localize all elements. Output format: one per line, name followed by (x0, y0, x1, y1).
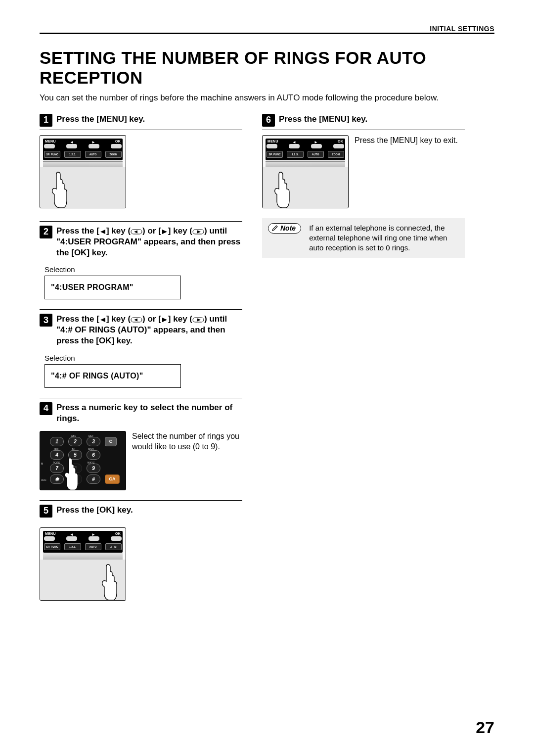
panel-left-button (66, 536, 77, 541)
left-triangle-icon (99, 317, 106, 323)
pencil-icon (271, 225, 278, 232)
panel-right-button (311, 144, 322, 148)
step-1: 1 Press the [MENU] key. MENU OK ◄ ► SP. … (40, 114, 242, 208)
hand-pointing-icon (99, 563, 119, 601)
panel-menu-label: MENU (267, 140, 278, 143)
right-triangle-icon (161, 229, 168, 235)
step-3-lcd-display: "4:# OF RINGS (AUTO)" (44, 364, 181, 388)
step-1-number: 1 (40, 114, 52, 127)
panel-auto-label: AUTO (89, 153, 97, 156)
column-right: 6 Press the [MENU] key. MENU OK ◄ ► (262, 114, 465, 609)
step-2-title: Press the [] key () or [] key () until "… (56, 226, 242, 258)
svg-marker-3 (162, 230, 167, 234)
step-1-title: Press the [MENU] key. (56, 114, 242, 125)
pill-right-icon (192, 229, 204, 235)
page-title: SETTING THE NUMBER OF RINGS FOR AUTO REC… (40, 48, 494, 88)
numeric-keypad-illustration: M ACC ABCDEF 1 2 3 C GHIJKLMNO 4 5 (40, 431, 126, 490)
panel-menu-label: MENU (45, 532, 56, 535)
hand-pointing-icon (62, 456, 80, 492)
hand-pointing-icon (271, 170, 291, 208)
columns: 1 Press the [MENU] key. MENU OK ◄ ► SP. … (40, 114, 494, 609)
control-panel-illustration: MENU OK ◄ ► SP. FUNC 1.2.3. AUTO Z M (40, 527, 126, 601)
step-4-number: 4 (40, 402, 52, 415)
panel-zoom-label: ZOOM (109, 153, 117, 156)
page-number: 27 (476, 718, 494, 737)
step-4-title: Press a numeric key to select the number… (56, 402, 242, 424)
note-box: Note If an external telephone is connect… (262, 218, 465, 258)
panel-left-button (289, 144, 300, 148)
hand-pointing-icon (49, 170, 69, 208)
note-label: Note (280, 224, 296, 232)
step-6-title: Press the [MENU] key. (279, 114, 465, 125)
key-9: 9 (87, 464, 100, 473)
right-triangle-icon (161, 317, 168, 323)
key-clear-all: CA (105, 474, 120, 484)
note-badge: Note (268, 223, 301, 234)
column-left: 1 Press the [MENU] key. MENU OK ◄ ► SP. … (40, 114, 242, 609)
panel-ok-label: OK (338, 140, 343, 143)
svg-marker-0 (100, 230, 105, 234)
left-triangle-icon (99, 229, 106, 235)
pill-left-icon (131, 229, 142, 235)
control-panel-illustration: MENU OK ◄ ► SP. FUNC 1.2.3. AUTO ZOOM (262, 135, 349, 208)
step-6-description: Press the [MENU] key to exit. (355, 135, 465, 146)
step-2-selection-label: Selection (44, 265, 242, 274)
pill-left-icon (131, 317, 142, 323)
panel-menu-button (44, 144, 55, 148)
step-3-selection-label: Selection (44, 354, 242, 362)
panel-right-button (89, 536, 99, 541)
step-4-description: Select the number of rings you would lik… (132, 431, 242, 452)
key-1: 1 (50, 437, 64, 446)
step-4: 4 Press a numeric key to select the numb… (40, 398, 242, 490)
key-2: 2 (68, 437, 82, 446)
step-6-number: 6 (262, 114, 275, 127)
intro-text: You can set the number of rings before t… (40, 93, 494, 104)
panel-menu-label: MENU (45, 140, 56, 143)
panel-ok-button (111, 536, 122, 541)
panel-ok-label: OK (115, 532, 121, 535)
step-6: 6 Press the [MENU] key. MENU OK ◄ ► (262, 114, 465, 208)
svg-marker-9 (162, 318, 167, 322)
panel-spfunc-label: SP. FUNC (46, 153, 58, 156)
panel-ok-button (111, 144, 122, 148)
panel-ok-button (333, 144, 344, 148)
step-5-title: Press the [OK] key. (56, 505, 242, 516)
panel-ok-label: OK (115, 140, 121, 143)
panel-menu-button (267, 144, 277, 148)
step-5-number: 5 (40, 505, 52, 518)
page: INITIAL SETTINGS SETTING THE NUMBER OF R… (0, 0, 534, 756)
panel-menu-button (44, 536, 55, 541)
pill-right-icon (192, 317, 204, 323)
note-text: If an external telephone is connected, t… (309, 223, 459, 253)
step-5: 5 Press the [OK] key. MENU OK ◄ ► SP. FU… (40, 500, 242, 601)
step-2-lcd-display: "4:USER PROGRAM" (44, 276, 181, 299)
key-6: 6 (87, 450, 100, 460)
panel-right-button (89, 144, 99, 148)
header-section-label: INITIAL SETTINGS (40, 25, 494, 33)
key-clear: C (105, 437, 117, 446)
panel-left-button (66, 144, 77, 148)
step-3-title: Press the [] key () or [] key () until "… (56, 314, 242, 346)
key-3: 3 (87, 437, 100, 446)
header-rule (40, 33, 494, 34)
step-3-number: 3 (40, 314, 52, 327)
step-3: 3 Press the [] key () or [] key () until… (40, 309, 242, 387)
control-panel-illustration: MENU OK ◄ ► SP. FUNC 1.2.3. AUTO ZOOM (40, 135, 126, 208)
key-hash: # (87, 474, 100, 484)
step-2-number: 2 (40, 226, 52, 238)
step-2: 2 Press the [] key () or [] key () until… (40, 221, 242, 299)
svg-marker-6 (100, 318, 105, 322)
